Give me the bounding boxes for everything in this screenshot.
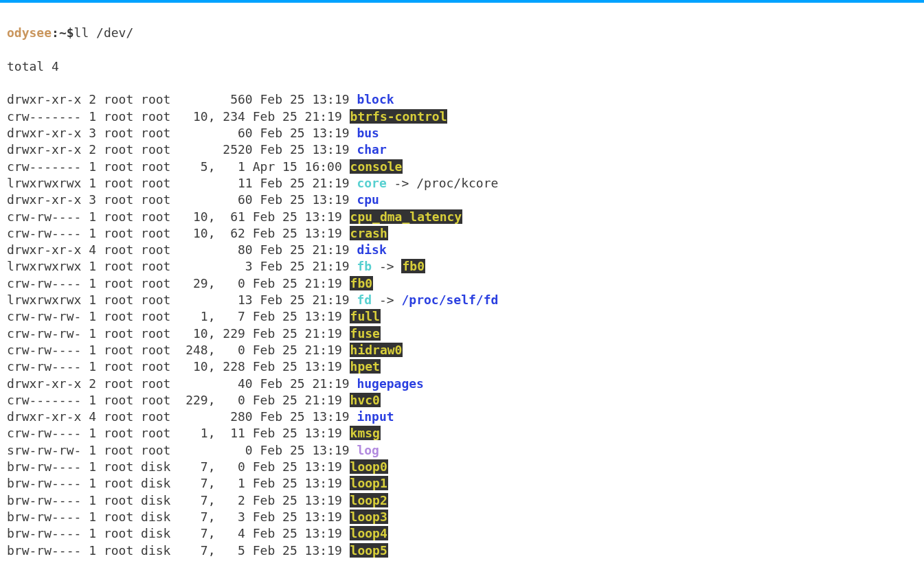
prompt-line[interactable]: odysee:~$ll /dev/ (7, 25, 917, 41)
size-col: 29, 0 (178, 276, 245, 290)
group-col: root (141, 142, 170, 157)
listing-row: drwxr-xr-x 2 root root 40 Feb 25 21:19 h… (7, 376, 917, 392)
owner-col: root (104, 293, 133, 307)
listing-row: crw------- 1 root root 229, 0 Feb 25 21:… (7, 392, 917, 409)
symlink-target: /proc/self/fd (401, 293, 498, 307)
owner-col: root (104, 126, 133, 140)
total-line: total 4 (7, 58, 917, 75)
group-col: root (141, 126, 170, 140)
links-col: 1 (89, 209, 96, 224)
group-col: disk (141, 526, 170, 540)
perm-col: lrwxrwxrwx (7, 176, 81, 190)
listing-row: crw------- 1 root root 5, 1 Apr 15 16:00… (7, 159, 917, 175)
group-col: disk (141, 543, 170, 558)
size-col: 60 (178, 126, 252, 140)
listing-row: crw-rw---- 1 root root 29, 0 Feb 25 21:1… (7, 275, 917, 292)
group-col: disk (141, 510, 170, 524)
file-name: crash (350, 226, 388, 240)
date-col: Feb 25 13:19 (253, 359, 342, 374)
date-col: Feb 25 13:19 (260, 142, 350, 157)
perm-col: crw------- (7, 109, 81, 124)
listing-row: crw-rw---- 1 root root 248, 0 Feb 25 21:… (7, 342, 917, 358)
perm-col: crw-rw-rw- (7, 326, 81, 341)
listing-row: lrwxrwxrwx 1 root root 11 Feb 25 21:19 c… (7, 175, 917, 192)
file-name: fd (357, 293, 372, 307)
links-col: 1 (89, 493, 96, 507)
command-text: ll /dev/ (74, 25, 134, 40)
perm-col: crw-rw---- (7, 209, 81, 224)
size-col: 1, 7 (178, 309, 245, 323)
perm-col: drwxr-xr-x (7, 126, 81, 140)
listing-row: drwxr-xr-x 3 root root 60 Feb 25 13:19 b… (7, 125, 917, 141)
file-name: hpet (350, 359, 381, 374)
owner-col: root (104, 142, 133, 157)
size-col: 7, 0 (178, 459, 245, 474)
group-col: root (141, 359, 170, 374)
group-col: disk (141, 493, 170, 507)
listing-row: crw-rw-rw- 1 root root 10, 229 Feb 25 21… (7, 325, 917, 342)
links-col: 1 (89, 459, 96, 474)
listing-row: brw-rw---- 1 root disk 7, 3 Feb 25 13:19… (7, 509, 917, 525)
size-col: 10, 61 (178, 209, 245, 224)
size-col: 7, 3 (178, 510, 245, 524)
size-col: 2520 (178, 142, 252, 157)
size-col: 7, 5 (178, 543, 245, 558)
listing-row: crw------- 1 root root 10, 234 Feb 25 21… (7, 108, 917, 125)
size-col: 248, 0 (178, 343, 245, 357)
owner-col: root (104, 226, 133, 240)
links-col: 2 (89, 142, 96, 157)
perm-col: crw------- (7, 393, 81, 407)
group-col: root (141, 109, 170, 124)
owner-col: root (104, 242, 133, 257)
size-col: 229, 0 (178, 393, 245, 407)
links-col: 1 (89, 526, 96, 540)
size-col: 7, 1 (178, 476, 245, 490)
size-col: 7, 2 (178, 493, 245, 507)
perm-col: lrwxrwxrwx (7, 259, 81, 273)
listing-row: lrwxrwxrwx 1 root root 13 Feb 25 21:19 f… (7, 292, 917, 308)
file-name: block (357, 92, 394, 106)
perm-col: lrwxrwxrwx (7, 293, 81, 307)
group-col: root (141, 426, 170, 440)
file-name: hugepages (357, 376, 424, 391)
links-col: 3 (89, 126, 96, 140)
links-col: 1 (89, 476, 96, 490)
listing-row: srw-rw-rw- 1 root root 0 Feb 25 13:19 lo… (7, 442, 917, 459)
perm-col: crw-rw---- (7, 343, 81, 357)
file-name: hvc0 (350, 393, 381, 407)
prompt-user: odysee (7, 25, 52, 40)
size-col: 80 (178, 242, 252, 257)
listing-row: crw-rw---- 1 root root 10, 228 Feb 25 13… (7, 358, 917, 375)
date-col: Feb 25 13:19 (260, 409, 350, 424)
listing-row: drwxr-xr-x 3 root root 60 Feb 25 13:19 c… (7, 192, 917, 208)
terminal-output[interactable]: odysee:~$ll /dev/ total 4 drwxr-xr-x 2 r… (0, 3, 924, 572)
symlink-arrow: -> (387, 176, 416, 190)
size-col: 13 (178, 293, 252, 307)
group-col: root (141, 443, 170, 457)
listing-row: drwxr-xr-x 2 root root 2520 Feb 25 13:19… (7, 141, 917, 158)
date-col: Feb 25 21:19 (253, 276, 342, 290)
file-name: btrfs-control (350, 109, 448, 124)
size-col: 0 (178, 443, 252, 457)
perm-col: crw------- (7, 159, 81, 174)
listing-row: brw-rw---- 1 root disk 7, 4 Feb 25 13:19… (7, 525, 917, 542)
date-col: Feb 25 21:19 (253, 109, 342, 124)
owner-col: root (104, 109, 133, 124)
links-col: 1 (89, 276, 96, 290)
owner-col: root (104, 309, 133, 323)
links-col: 3 (89, 192, 96, 207)
date-col: Feb 25 13:19 (260, 126, 350, 140)
file-name: bus (357, 126, 379, 140)
file-name: console (350, 159, 403, 174)
owner-col: root (104, 393, 133, 407)
date-col: Feb 25 13:19 (253, 309, 342, 323)
date-col: Feb 25 13:19 (260, 92, 350, 106)
date-col: Feb 25 13:19 (253, 526, 342, 540)
listing-row: drwxr-xr-x 4 root root 80 Feb 25 21:19 d… (7, 242, 917, 258)
owner-col: root (104, 276, 133, 290)
date-col: Feb 25 21:19 (253, 326, 342, 341)
listing-row: brw-rw---- 1 root disk 7, 5 Feb 25 13:19… (7, 542, 917, 559)
group-col: disk (141, 459, 170, 474)
prompt-path: ~ (59, 25, 67, 40)
perm-col: drwxr-xr-x (7, 242, 81, 257)
